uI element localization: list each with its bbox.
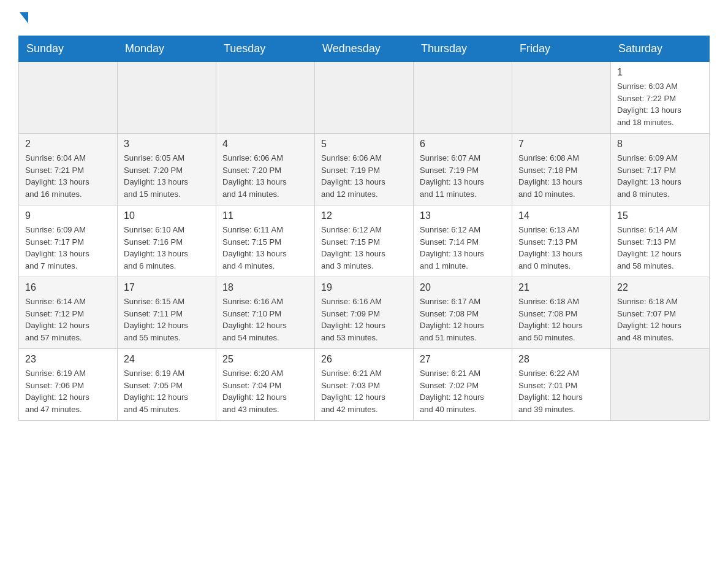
calendar-cell: 1Sunrise: 6:03 AM Sunset: 7:22 PM Daylig…: [611, 62, 710, 134]
day-number: 3: [124, 139, 210, 150]
day-info: Sunrise: 6:15 AM Sunset: 7:11 PM Dayligh…: [124, 296, 210, 343]
day-info: Sunrise: 6:11 AM Sunset: 7:15 PM Dayligh…: [222, 224, 308, 272]
weekday-header-tuesday: Tuesday: [216, 36, 315, 62]
day-number: 25: [222, 354, 308, 365]
calendar-cell: 14Sunrise: 6:13 AM Sunset: 7:13 PM Dayli…: [512, 205, 611, 277]
day-info: Sunrise: 6:06 AM Sunset: 7:19 PM Dayligh…: [321, 152, 407, 200]
calendar-cell: 22Sunrise: 6:18 AM Sunset: 7:07 PM Dayli…: [611, 277, 710, 349]
calendar-cell: 19Sunrise: 6:16 AM Sunset: 7:09 PM Dayli…: [315, 277, 414, 349]
day-info: Sunrise: 6:21 AM Sunset: 7:03 PM Dayligh…: [321, 367, 407, 415]
calendar-cell: [315, 62, 414, 134]
day-info: Sunrise: 6:22 AM Sunset: 7:01 PM Dayligh…: [518, 367, 604, 415]
day-info: Sunrise: 6:21 AM Sunset: 7:02 PM Dayligh…: [420, 367, 506, 415]
calendar-cell: [414, 62, 512, 134]
day-info: Sunrise: 6:09 AM Sunset: 7:17 PM Dayligh…: [25, 224, 111, 272]
day-info: Sunrise: 6:19 AM Sunset: 7:05 PM Dayligh…: [124, 367, 210, 415]
day-number: 27: [420, 354, 506, 365]
day-number: 16: [25, 282, 111, 293]
day-info: Sunrise: 6:03 AM Sunset: 7:22 PM Dayligh…: [617, 80, 703, 128]
day-number: 15: [617, 210, 703, 221]
calendar-table: SundayMondayTuesdayWednesdayThursdayFrid…: [18, 36, 710, 421]
day-info: Sunrise: 6:19 AM Sunset: 7:06 PM Dayligh…: [25, 367, 111, 415]
calendar-cell: 23Sunrise: 6:19 AM Sunset: 7:06 PM Dayli…: [19, 349, 118, 421]
day-info: Sunrise: 6:08 AM Sunset: 7:18 PM Dayligh…: [518, 152, 604, 200]
calendar-cell: 9Sunrise: 6:09 AM Sunset: 7:17 PM Daylig…: [19, 205, 118, 277]
day-info: Sunrise: 6:09 AM Sunset: 7:17 PM Dayligh…: [617, 152, 703, 200]
day-number: 5: [321, 139, 407, 150]
day-info: Sunrise: 6:18 AM Sunset: 7:08 PM Dayligh…: [518, 296, 604, 343]
day-info: Sunrise: 6:10 AM Sunset: 7:16 PM Dayligh…: [124, 224, 210, 272]
day-info: Sunrise: 6:04 AM Sunset: 7:21 PM Dayligh…: [25, 152, 111, 200]
day-number: 13: [420, 210, 506, 221]
weekday-header-monday: Monday: [118, 36, 216, 62]
calendar-cell: 24Sunrise: 6:19 AM Sunset: 7:05 PM Dayli…: [118, 349, 216, 421]
calendar-cell: 18Sunrise: 6:16 AM Sunset: 7:10 PM Dayli…: [216, 277, 315, 349]
weekday-header-sunday: Sunday: [19, 36, 118, 62]
day-info: Sunrise: 6:07 AM Sunset: 7:19 PM Dayligh…: [420, 152, 506, 200]
weekday-header-friday: Friday: [512, 36, 611, 62]
calendar-week-row: 1Sunrise: 6:03 AM Sunset: 7:22 PM Daylig…: [19, 62, 710, 134]
calendar-week-row: 9Sunrise: 6:09 AM Sunset: 7:17 PM Daylig…: [19, 205, 710, 277]
day-number: 2: [25, 139, 111, 150]
calendar-cell: [611, 349, 710, 421]
day-info: Sunrise: 6:14 AM Sunset: 7:12 PM Dayligh…: [25, 296, 111, 343]
weekday-header-row: SundayMondayTuesdayWednesdayThursdayFrid…: [19, 36, 710, 62]
calendar-cell: [19, 62, 118, 134]
calendar-cell: 8Sunrise: 6:09 AM Sunset: 7:17 PM Daylig…: [611, 134, 710, 205]
day-number: 17: [124, 282, 210, 293]
day-info: Sunrise: 6:18 AM Sunset: 7:07 PM Dayligh…: [617, 296, 703, 343]
day-info: Sunrise: 6:12 AM Sunset: 7:15 PM Dayligh…: [321, 224, 407, 272]
day-number: 14: [518, 210, 604, 221]
day-number: 7: [518, 139, 604, 150]
calendar-cell: 28Sunrise: 6:22 AM Sunset: 7:01 PM Dayli…: [512, 349, 611, 421]
day-number: 10: [124, 210, 210, 221]
day-info: Sunrise: 6:14 AM Sunset: 7:13 PM Dayligh…: [617, 224, 703, 272]
day-number: 9: [25, 210, 111, 221]
day-number: 6: [420, 139, 506, 150]
calendar-cell: 21Sunrise: 6:18 AM Sunset: 7:08 PM Dayli…: [512, 277, 611, 349]
calendar-cell: 26Sunrise: 6:21 AM Sunset: 7:03 PM Dayli…: [315, 349, 414, 421]
day-info: Sunrise: 6:20 AM Sunset: 7:04 PM Dayligh…: [222, 367, 308, 415]
calendar-cell: [512, 62, 611, 134]
weekday-header-wednesday: Wednesday: [315, 36, 414, 62]
calendar-cell: 25Sunrise: 6:20 AM Sunset: 7:04 PM Dayli…: [216, 349, 315, 421]
calendar-cell: 10Sunrise: 6:10 AM Sunset: 7:16 PM Dayli…: [118, 205, 216, 277]
day-number: 11: [222, 210, 308, 221]
calendar-cell: 11Sunrise: 6:11 AM Sunset: 7:15 PM Dayli…: [216, 205, 315, 277]
calendar-week-row: 23Sunrise: 6:19 AM Sunset: 7:06 PM Dayli…: [19, 349, 710, 421]
weekday-header-thursday: Thursday: [414, 36, 512, 62]
logo-arrow-icon: [20, 12, 28, 23]
day-number: 8: [617, 139, 703, 150]
day-number: 23: [25, 354, 111, 365]
day-number: 20: [420, 282, 506, 293]
calendar-week-row: 16Sunrise: 6:14 AM Sunset: 7:12 PM Dayli…: [19, 277, 710, 349]
day-number: 18: [222, 282, 308, 293]
calendar-cell: 4Sunrise: 6:06 AM Sunset: 7:20 PM Daylig…: [216, 134, 315, 205]
day-info: Sunrise: 6:05 AM Sunset: 7:20 PM Dayligh…: [124, 152, 210, 200]
day-info: Sunrise: 6:06 AM Sunset: 7:20 PM Dayligh…: [222, 152, 308, 200]
day-number: 28: [518, 354, 604, 365]
calendar-cell: [216, 62, 315, 134]
day-number: 4: [222, 139, 308, 150]
day-number: 12: [321, 210, 407, 221]
calendar-cell: [118, 62, 216, 134]
day-info: Sunrise: 6:16 AM Sunset: 7:09 PM Dayligh…: [321, 296, 407, 343]
page-header: [18, 12, 710, 23]
calendar-cell: 13Sunrise: 6:12 AM Sunset: 7:14 PM Dayli…: [414, 205, 512, 277]
calendar-cell: 16Sunrise: 6:14 AM Sunset: 7:12 PM Dayli…: [19, 277, 118, 349]
calendar-cell: 6Sunrise: 6:07 AM Sunset: 7:19 PM Daylig…: [414, 134, 512, 205]
day-number: 26: [321, 354, 407, 365]
day-number: 19: [321, 282, 407, 293]
calendar-cell: 2Sunrise: 6:04 AM Sunset: 7:21 PM Daylig…: [19, 134, 118, 205]
calendar-cell: 17Sunrise: 6:15 AM Sunset: 7:11 PM Dayli…: [118, 277, 216, 349]
day-number: 24: [124, 354, 210, 365]
calendar-cell: 5Sunrise: 6:06 AM Sunset: 7:19 PM Daylig…: [315, 134, 414, 205]
calendar-cell: 7Sunrise: 6:08 AM Sunset: 7:18 PM Daylig…: [512, 134, 611, 205]
day-info: Sunrise: 6:12 AM Sunset: 7:14 PM Dayligh…: [420, 224, 506, 272]
day-info: Sunrise: 6:16 AM Sunset: 7:10 PM Dayligh…: [222, 296, 308, 343]
logo: [18, 12, 29, 23]
day-number: 22: [617, 282, 703, 293]
calendar-cell: 27Sunrise: 6:21 AM Sunset: 7:02 PM Dayli…: [414, 349, 512, 421]
calendar-week-row: 2Sunrise: 6:04 AM Sunset: 7:21 PM Daylig…: [19, 134, 710, 205]
weekday-header-saturday: Saturday: [611, 36, 710, 62]
